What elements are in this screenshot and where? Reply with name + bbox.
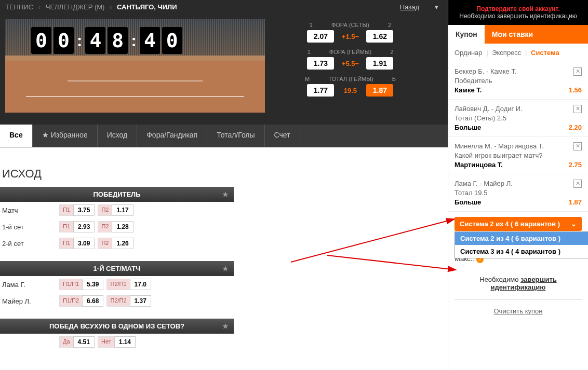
chevron-left-icon: ‹ (110, 3, 112, 11)
verify-subtitle: Необходимо завершить идентификацию (453, 12, 583, 20)
slip-odds: 2.75 (569, 161, 582, 169)
slip-item: ✕ Минелла М. - Мартинцова Т. Какой игрок… (448, 137, 588, 174)
slip-match: Беккер Б. - Камке Т. (455, 67, 582, 75)
slip-market: Победитель (455, 77, 582, 85)
match-timer: 0 0 : 4 8 : 4 0 (31, 27, 182, 54)
odds-button[interactable]: 1.91 (366, 57, 393, 70)
slip-odds: 2.20 (569, 124, 582, 131)
remove-bet-button[interactable]: ✕ (573, 180, 582, 188)
system-option[interactable]: Система 2 из 4 ( 6 вариантов ) (455, 232, 588, 245)
tab-Счет[interactable]: Счет (265, 125, 300, 147)
verify-banner: Подтвердите свой аккаунт. Необходимо зав… (448, 0, 588, 25)
market-header[interactable]: ПОБЕДИТЕЛЬ★ (0, 187, 234, 202)
slip-match: Минелла М. - Мартинцова Т. (455, 142, 582, 150)
market-label: Лама Г. (2, 281, 59, 289)
crumb-event: САНТЬЯГО, ЧИЛИ (117, 3, 177, 11)
slip-market: Тотал (Сеты) 2.5 (455, 114, 582, 122)
coupon-tab[interactable]: Мои ставки (485, 25, 540, 44)
slip-odds: 1.56 (569, 86, 582, 94)
odds-button[interactable]: 1.77 (307, 84, 334, 97)
back-link[interactable]: Назад (400, 3, 419, 11)
market-label: 2-й сет (2, 240, 59, 248)
bet-cell[interactable]: П13.75 (59, 204, 95, 216)
market-header[interactable]: ПОБЕДА ВСУХУЮ В ОДНОМ ИЗ СЕТОВ?★ (0, 319, 234, 334)
odds-line: 19.5 (337, 87, 363, 94)
bet-cell[interactable]: П21.28 (98, 221, 133, 232)
market-row: 1-й сетП12.93П21.28 (0, 218, 234, 235)
star-icon[interactable]: ★ (222, 322, 229, 330)
coupon-tabs: КупонМои ставки (448, 25, 588, 44)
verify-title: Подтвердите свой аккаунт. (453, 5, 583, 12)
market-row: МатчП13.75П21.17 (0, 202, 234, 218)
star-icon: ★ (42, 131, 49, 139)
slip-pick: Мартинцова Т. (455, 161, 503, 169)
bet-cell[interactable]: П1/П15.39 (59, 279, 103, 290)
colon-icon: : (131, 31, 137, 50)
bet-type-express[interactable]: Экспресс (492, 49, 521, 57)
timer-digit: 0 (31, 27, 51, 54)
video-preview[interactable]: 0 0 : 4 8 : 4 0 (5, 19, 265, 113)
odds-button[interactable]: 2.07 (307, 30, 334, 43)
system-selected-label: Система 2 из 4 ( 6 вариантов ) (460, 220, 560, 228)
slip-market: Тотал 19.5 (455, 189, 582, 197)
bet-cell[interactable]: П21.17 (98, 204, 133, 216)
market-row: 2-й сетП13.09П21.26 (0, 235, 234, 252)
odds-button[interactable]: 1.73 (307, 57, 334, 70)
market-tabs: Все★ИзбранноеИсходФора/ГандикапТотал/Гол… (0, 125, 448, 147)
bet-cell[interactable]: П2/П21.37 (106, 295, 151, 307)
star-icon[interactable]: ★ (222, 190, 229, 198)
slip-pick: Больше (455, 124, 481, 131)
bet-cell[interactable]: П2/П117.0 (106, 279, 151, 290)
market-label: Матч (2, 207, 59, 214)
system-select[interactable]: Система 2 из 4 ( 6 вариантов ) ⌄ Система… (455, 217, 582, 231)
remove-bet-button[interactable]: ✕ (573, 105, 582, 113)
market-row: Лама Г.П1/П15.39П2/П117.0 (0, 276, 234, 293)
verify-link-block: Необходимо завершить идентификацию (448, 267, 588, 299)
colon-icon: : (77, 31, 83, 50)
bet-type-single[interactable]: Ординар (455, 49, 483, 57)
slip-item: ✕ Лайович Д. - Додиг И. Тотал (Сеты) 2.5… (448, 100, 588, 137)
timer-digit: 4 (85, 27, 105, 54)
slip-market: Какой игрок выиграет матч? (455, 152, 582, 159)
bet-cell[interactable]: П1/П26.68 (59, 295, 103, 307)
tab-Исход[interactable]: Исход (98, 125, 138, 147)
remove-bet-button[interactable]: ✕ (573, 142, 582, 150)
slip-match: Лайович Д. - Додиг И. (455, 105, 582, 113)
odds-button[interactable]: 1.62 (366, 30, 393, 43)
timer-digit: 0 (162, 27, 182, 54)
bet-type-system[interactable]: Система (531, 49, 559, 57)
tab-Тотал/Голы[interactable]: Тотал/Голы (207, 125, 264, 147)
crumb-league[interactable]: ЧЕЛЛЕНДЖЕР (М) (46, 3, 105, 11)
bet-cell[interactable]: П13.09 (59, 238, 95, 249)
coupon-tab[interactable]: Купон (448, 25, 485, 44)
odds-panel: 1ФОРА (СЕТЫ)2 2.07 +1.5− 1.62 1ФОРА (ГЕЙ… (272, 14, 428, 111)
slip-odds: 1.87 (569, 198, 582, 206)
tab-Фора/Гандикап[interactable]: Фора/Гандикап (137, 125, 207, 147)
market-label: Майер Л. (2, 297, 59, 305)
bet-type-selector: Ординар | Экспресс | Система (448, 44, 588, 62)
bet-cell[interactable]: Нет1.14 (98, 336, 136, 348)
system-option[interactable]: Система 3 из 4 ( 4 вариантов ) (455, 245, 588, 258)
slip-item: ✕ Лама Г. - Майер Л. Тотал 19.5 Больше1.… (448, 174, 588, 212)
slip-match: Лама Г. - Майер Л. (455, 180, 582, 187)
slip-pick: Камке Т. (455, 86, 482, 94)
market-row: Майер Л.П1/П26.68П2/П21.37 (0, 293, 234, 309)
remove-bet-button[interactable]: ✕ (573, 67, 582, 76)
bet-cell[interactable]: П12.93 (59, 221, 95, 232)
market-header[interactable]: 1-Й СЕТ/МАТЧ★ (0, 261, 234, 276)
slip-pick: Больше (455, 198, 481, 206)
bet-cell[interactable]: П21.26 (98, 238, 133, 249)
star-icon[interactable]: ★ (222, 265, 229, 272)
breadcrumb: ▾ Назад ТЕННИС ‹ ЧЕЛЛЕНДЖЕР (М) ‹ САНТЬЯ… (0, 0, 448, 14)
chevron-left-icon: ‹ (38, 3, 41, 11)
market-label: 1-й сет (2, 223, 59, 231)
odds-line: +5.5− (337, 60, 363, 67)
odds-button[interactable]: 1.87 (366, 84, 393, 97)
section-title: ИСХОД (2, 167, 448, 181)
clear-coupon-link[interactable]: Очистить купон (494, 307, 543, 315)
tab-Избранное[interactable]: ★Избранное (33, 125, 98, 147)
tab-Все[interactable]: Все (0, 125, 33, 147)
crumb-sport[interactable]: ТЕННИС (5, 3, 33, 11)
chevron-down-icon[interactable]: ▾ (435, 3, 438, 11)
bet-cell[interactable]: Да4.51 (59, 336, 95, 348)
